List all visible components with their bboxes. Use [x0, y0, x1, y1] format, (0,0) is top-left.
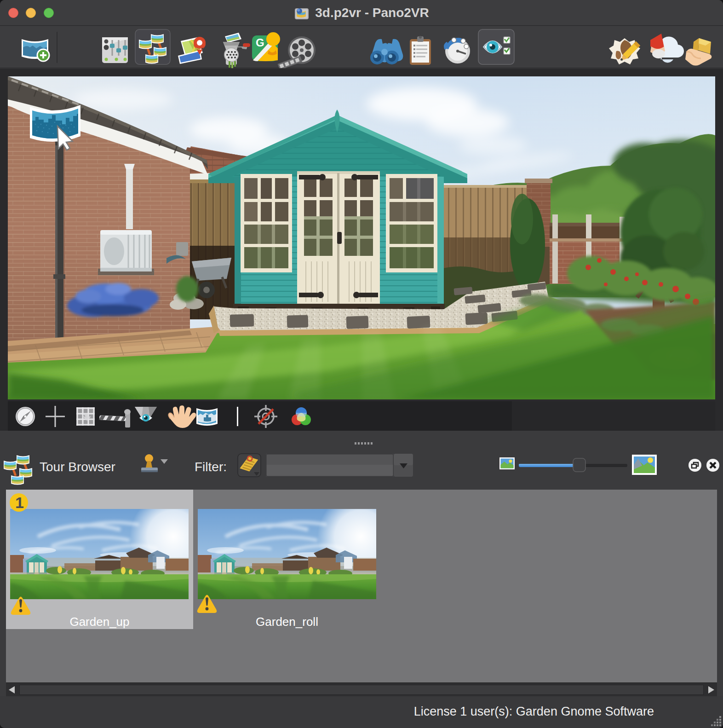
svg-text:Filter:: Filter:	[195, 460, 227, 474]
svg-text:1: 1	[15, 494, 24, 511]
svg-text:Tour Browser: Tour Browser	[40, 460, 115, 474]
